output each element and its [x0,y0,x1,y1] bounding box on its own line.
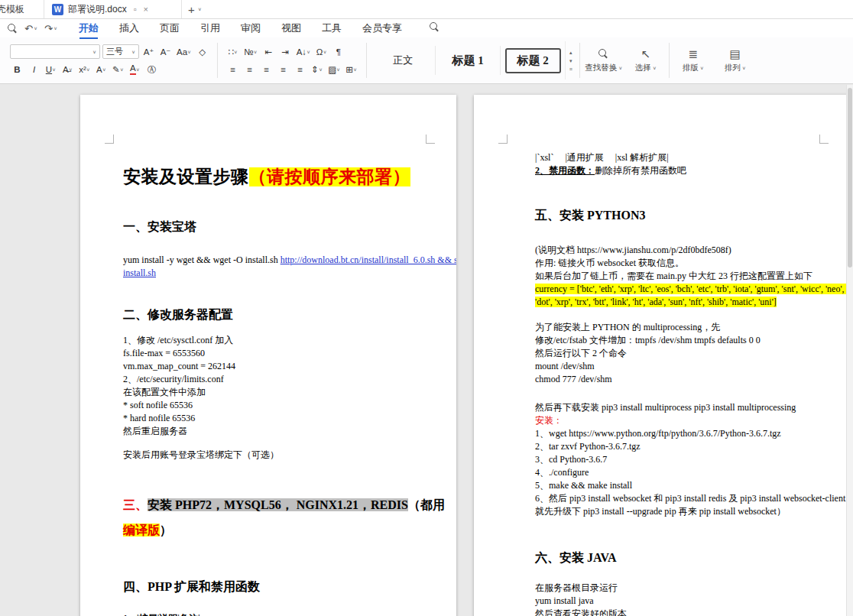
tab-references[interactable]: 引用 [200,21,220,35]
document-page-1[interactable]: 安装及设置步骤（请按顺序来部署） 一、安装宝塔 yum install -y w… [80,95,456,616]
tab-tools[interactable]: 工具 [322,21,342,35]
margin-crop-mark [105,135,114,144]
python-doc-note: (说明文档 https://www.jianshu.com/p/2df0bdfe… [535,244,847,257]
vertical-scrollbar[interactable] [846,85,853,616]
doc-title: 安装及设置步骤（请按顺序来部署） [123,165,430,189]
change-case-button[interactable]: Aa∨ [175,45,193,59]
undo-caret-icon: ∨ [34,26,37,31]
strikethrough-button[interactable]: A̶∨ [60,63,75,76]
undo-button[interactable]: ↶∨ [24,23,37,34]
decrease-indent-button[interactable]: ⇤ [261,45,276,59]
highlight-caret-icon: ∨ [120,67,124,73]
doc-title-highlight: （请按顺序来部署） [249,167,411,186]
tab-member[interactable]: 会员专享 [362,21,402,35]
distribute-button[interactable]: ≡ [293,63,307,76]
sort-caret-icon: ∨ [306,49,310,54]
char-border-button[interactable]: Ⓐ [144,63,159,76]
find-replace-icon [598,49,608,59]
gallery-scroll-down-icon[interactable]: ▾ [569,58,572,64]
margin-crop-mark [819,135,829,144]
redo-button[interactable]: ↷∨ [44,23,57,34]
font-size-caret-icon: ∨ [131,49,135,54]
find-replace-button[interactable]: 查找替换∨ [582,41,624,80]
grow-font-icon: A⁺ [144,47,154,57]
multiprocessing-line4: mount /dev/shm [535,360,847,373]
decrease-indent-icon: ⇤ [264,47,272,57]
python-config-hint: 如果后台加了链上币，需要在 main.py 中大红 23 行把这配置置上如下 [535,270,847,283]
style-heading1[interactable]: 标题 1 [436,41,500,79]
currency-highlight1: currency = ['btc', 'eth', 'xrp', 'ltc', … [535,284,850,294]
bt-install-link[interactable]: http://download.bt.cn/install/install_6.… [281,255,456,265]
shading-caret-icon: ∨ [336,66,340,72]
highlight-button[interactable]: ✎∨ [111,63,125,76]
align-left-button[interactable]: ≡ [225,63,240,76]
command-search-button[interactable] [430,22,439,34]
select-caret-icon: ∨ [653,66,657,71]
line-spacing-button[interactable]: ⇕∨ [310,63,324,76]
group-separator [579,43,580,78]
font-size-combobox[interactable]: 三号 ∨ [102,44,139,59]
increase-indent-button[interactable]: ⇥ [278,45,293,59]
grow-font-button[interactable]: A⁺ [141,45,156,59]
char-shading-caret-icon: ∨ [102,67,106,73]
underline-icon: U [46,65,52,74]
typeset-caret-icon: ∨ [700,66,704,71]
italic-button[interactable]: I [27,63,41,76]
document-page-2[interactable]: |`xsl` |通用扩展 |xsl 解析扩展| 2、禁用函数：删除掉所有禁用函数… [474,95,850,616]
numbering-button[interactable]: №∨ [242,45,258,59]
group-separator [366,43,367,78]
clear-format-icon: ◇ [199,47,206,57]
arrange-button[interactable]: ▤ 排列∨ [714,41,756,80]
font-color-button[interactable]: A∨ [128,63,142,76]
typeset-button[interactable]: ≣ 排版∨ [672,41,714,80]
bt-command-text: yum install -y wget && wget -O install.s… [123,255,281,265]
tab-page[interactable]: 页面 [160,21,180,35]
sort-button[interactable]: A↓∨ [295,45,313,59]
bullets-button[interactable]: ∷∨ [225,45,240,59]
select-button[interactable]: ↖ 选择∨ [624,41,667,80]
redo-icon: ↷ [44,23,53,34]
bullets-icon: ∷ [228,47,233,57]
quick-access-toolbar: ↶∨ ↷∨ [8,23,57,34]
scrollbar-thumb[interactable] [848,88,852,267]
justify-button[interactable]: ≡ [276,63,290,76]
shrink-font-button[interactable]: A⁻ [158,45,173,59]
superscript-button[interactable]: x²∨ [77,63,92,76]
group-separator [669,43,670,78]
gallery-scroll-up-icon[interactable]: ▴ [569,50,572,56]
config-line: * hard nofile 65536 [123,412,430,425]
borders-button[interactable]: ⊞∨ [344,63,358,76]
align-right-button[interactable]: ≡ [259,63,274,76]
tab-docer-templates[interactable]: 稻壳模板 [0,0,44,18]
tab-pin-icon[interactable]: ▫ [134,5,137,14]
clear-format-button[interactable]: ◇ [195,45,209,59]
tab-view[interactable]: 视图 [281,21,301,35]
bold-button[interactable]: B [10,63,24,76]
underline-button[interactable]: U∨ [44,63,58,76]
tab-insert[interactable]: 插入 [119,21,139,35]
char-shading-button[interactable]: A∨ [94,63,109,76]
tab-close-icon[interactable]: × [144,5,148,14]
shading-button[interactable]: ▨∨ [326,63,342,76]
gallery-more-icon[interactable]: ≡ [569,66,572,72]
python-step: 2、tar zxvf Python-3.6.7.tgz [535,440,847,453]
tab-review[interactable]: 审阅 [241,21,261,35]
style-heading2-selected[interactable]: 标题 2 [501,41,565,79]
symbol-button[interactable]: Ω∨ [314,45,329,59]
new-tab-button[interactable]: + [188,4,195,15]
tab-list-caret-icon[interactable]: ∨ [198,7,202,12]
redo-caret-icon: ∨ [54,26,57,31]
font-family-combobox[interactable]: ∨ [10,44,100,59]
style-normal[interactable]: 正文 [371,41,435,79]
tab-home[interactable]: 开始 [79,21,99,35]
tab-docer-label: 稻壳模板 [0,3,24,16]
tab-document[interactable]: W 部署说明.docx ▫ × [44,0,182,18]
bt-install-link2[interactable]: install.sh [123,267,156,278]
print-preview-button[interactable] [8,24,18,34]
margin-crop-mark [426,135,435,144]
tab-document-label: 部署说明.docx [68,3,127,16]
show-marks-button[interactable]: ¶ [331,45,345,59]
align-center-button[interactable]: ≡ [242,63,257,76]
select-label: 选择 [635,63,651,73]
shading-icon: ▨ [328,64,336,75]
